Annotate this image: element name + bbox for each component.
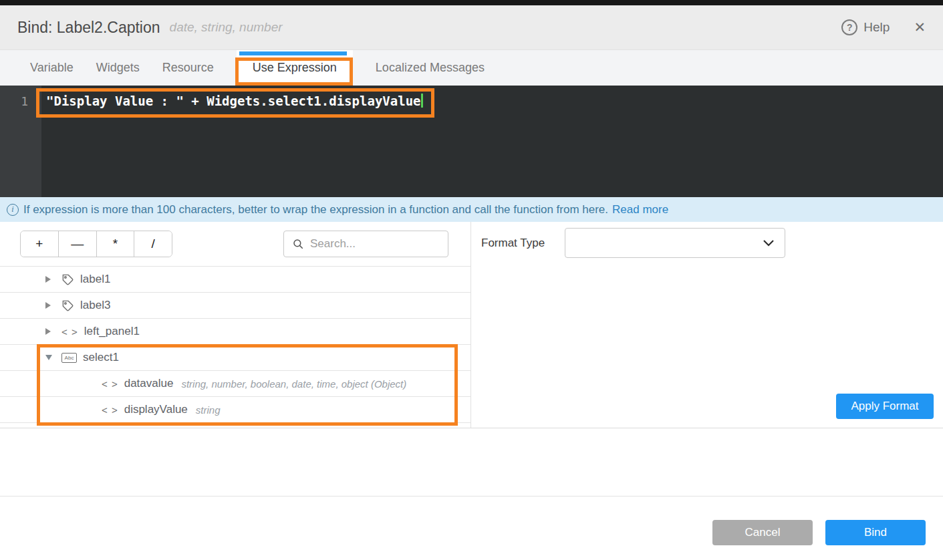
multiply-operator-button[interactable]: *	[96, 231, 134, 257]
search-input[interactable]	[310, 237, 458, 251]
select-widget-icon: Abc	[61, 353, 77, 363]
tree-item-type-hint: string, number, boolean, date, time, obj…	[181, 378, 406, 390]
expression-toolbar: + — * /	[0, 222, 470, 267]
background-app-strip	[0, 0, 943, 5]
bind-button[interactable]: Bind	[825, 520, 926, 545]
tree-item-label: label3	[80, 299, 110, 312]
tree-item-type-hint: string	[196, 404, 221, 416]
expression-notice-bar: i If expression is more than 100 charact…	[0, 197, 943, 222]
close-icon[interactable]: ✕	[914, 19, 926, 35]
chevron-down-icon	[763, 240, 774, 247]
editor-gutter: 1	[0, 86, 41, 197]
format-panel: Format Type Apply Format	[471, 222, 943, 428]
dialog-header: Bind: Label2.Caption date, string, numbe…	[0, 5, 943, 50]
tab-variable[interactable]: Variable	[30, 50, 74, 86]
line-number: 1	[21, 94, 28, 108]
help-label: Help	[863, 20, 890, 35]
format-type-select[interactable]	[565, 228, 785, 258]
tree-item-label1[interactable]: label1	[0, 267, 470, 293]
editor-code-area[interactable]: "Display Value : " + Widgets.select1.dis…	[41, 86, 943, 197]
text-cursor	[421, 94, 423, 108]
expression-code[interactable]: "Display Value : " + Widgets.select1.dis…	[46, 94, 421, 108]
bind-content-panels: + — * / label1	[0, 222, 943, 428]
tree-item-left-panel1[interactable]: left_panel1	[0, 319, 470, 345]
tree-item-label: left_panel1	[84, 325, 140, 338]
tab-bar: Variable Widgets Resource Use Expression…	[0, 50, 943, 86]
chevron-down-icon[interactable]	[45, 355, 57, 360]
tree-item-label: displayValue	[124, 403, 188, 416]
tree-item-label: select1	[83, 351, 119, 364]
apply-format-button[interactable]: Apply Format	[836, 394, 934, 419]
chevron-right-icon[interactable]	[45, 302, 57, 309]
divide-operator-button[interactable]: /	[134, 231, 172, 257]
cancel-button[interactable]: Cancel	[712, 520, 813, 545]
search-icon	[292, 238, 304, 250]
tree-item-label: datavalue	[124, 377, 174, 390]
footer-divider	[0, 496, 943, 497]
code-icon	[102, 404, 118, 416]
code-icon	[61, 326, 78, 337]
tab-use-expression[interactable]: Use Expression	[237, 50, 353, 86]
tree-item-label: label1	[80, 273, 110, 286]
help-button[interactable]: ? Help	[841, 19, 890, 35]
tag-icon	[61, 299, 74, 312]
read-more-link[interactable]: Read more	[612, 203, 668, 217]
info-icon: i	[7, 204, 19, 216]
tag-icon	[61, 273, 74, 286]
minus-operator-button[interactable]: —	[58, 231, 96, 257]
code-icon	[102, 378, 118, 390]
tree-item-select1[interactable]: Abc select1	[0, 345, 470, 371]
tab-widgets[interactable]: Widgets	[96, 50, 140, 86]
chevron-right-icon[interactable]	[45, 276, 57, 283]
dialog-footer-buttons: Cancel Bind	[712, 520, 926, 545]
search-box[interactable]	[283, 231, 448, 257]
tree-item-label3[interactable]: label3	[0, 293, 470, 319]
expression-editor[interactable]: 1 "Display Value : " + Widgets.select1.d…	[0, 86, 943, 197]
dialog-title: Bind: Label2.Caption	[17, 19, 160, 37]
notice-text: If expression is more than 100 character…	[23, 203, 608, 217]
widget-tree: label1 label3 left_panel1 Abc select1	[0, 267, 470, 428]
format-type-label: Format Type	[481, 237, 545, 250]
tree-item-displayvalue[interactable]: displayValue string	[0, 397, 470, 423]
widget-tree-panel: + — * / label1	[0, 222, 471, 428]
help-icon: ?	[841, 19, 857, 35]
plus-operator-button[interactable]: +	[21, 231, 58, 257]
operator-button-group: + — * /	[20, 231, 172, 257]
tab-localized-messages[interactable]: Localized Messages	[376, 50, 485, 86]
tab-resource[interactable]: Resource	[162, 50, 214, 86]
dialog-title-hint: date, string, number	[170, 20, 283, 35]
tree-item-datavalue[interactable]: datavalue string, number, boolean, date,…	[0, 371, 470, 397]
chevron-right-icon[interactable]	[45, 328, 57, 335]
